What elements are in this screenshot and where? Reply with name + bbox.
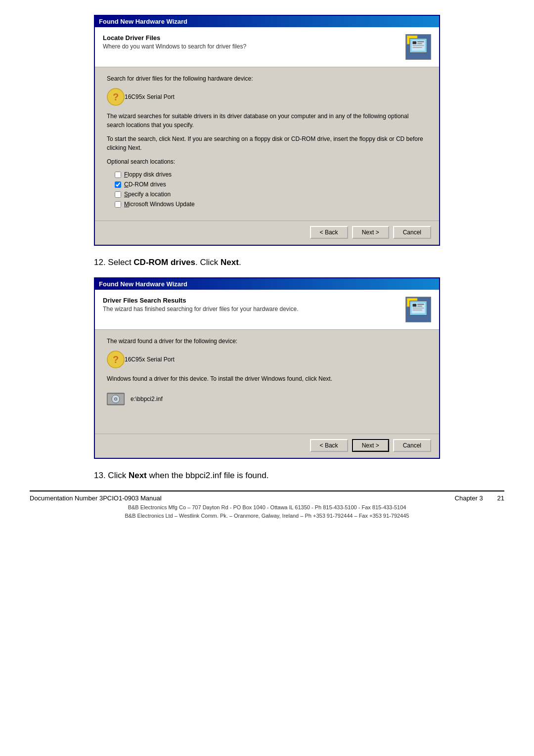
svg-point-26 [115, 399, 117, 400]
specify-checkbox[interactable] [115, 191, 121, 198]
msupdate-checkbox[interactable] [115, 201, 121, 208]
svg-rect-4 [412, 41, 416, 44]
step12-text3: . [239, 258, 241, 267]
document-footer: Documentation Number 3PCIO1-0903 Manual … [30, 490, 504, 520]
step12-instruction: 12. Select CD-ROM drives. Click Next. [94, 258, 440, 267]
cdrom-file-icon [107, 390, 125, 408]
msupdate-label[interactable]: Microsoft Windows Update [124, 201, 195, 208]
svg-text:?: ? [113, 354, 119, 365]
step12-text: 12. Select [94, 258, 134, 267]
wizard2-para1: Windows found a driver for this device. … [107, 374, 427, 383]
wizard1-body: Search for driver files for the followin… [95, 67, 439, 216]
wizard1-next-button[interactable]: Next > [352, 226, 389, 239]
wizard1-titlebar: Found New Hardware Wizard [95, 16, 439, 27]
wizard1-checkbox-group: Floppy disk drives CD-ROM drives Specify… [115, 171, 427, 208]
checkbox-msupdate: Microsoft Windows Update [115, 201, 427, 208]
svg-rect-5 [417, 41, 424, 42]
floppy-checkbox[interactable] [115, 172, 121, 178]
wizard2-file-row: e:\bbpci2.inf [107, 390, 427, 408]
wizard2-file-path: e:\bbpci2.inf [131, 396, 163, 402]
checkbox-specify: Specify a location [115, 191, 427, 198]
wizard1-para2: To start the search, click Next. If you … [107, 134, 427, 152]
step13-instruction: 13. Click Next when the bbpci2.inf file … [94, 471, 440, 481]
wizard1-optional-label: Optional search locations: [107, 157, 427, 166]
wizard1-back-button[interactable]: < Back [310, 226, 348, 239]
wizard2-content: Driver Files Search Results The wizard h… [95, 290, 439, 458]
svg-rect-18 [412, 308, 424, 309]
wizard2-header: Driver Files Search Results The wizard h… [95, 290, 439, 330]
wizard1-header-text: Locate Driver Files Where do you want Wi… [103, 34, 246, 50]
wizard1-header-subtitle: Where do you want Windows to search for … [103, 43, 246, 50]
footer-address: B&B Electronics Mfg Co – 707 Dayton Rd -… [30, 503, 504, 520]
wizard1-footer: < Back Next > Cancel [95, 221, 439, 245]
unknown-device-icon: ? [107, 88, 125, 106]
wizard2-back-button[interactable]: < Back [310, 439, 348, 452]
hardware-wizard-icon2 [406, 297, 431, 322]
wizard1-header: Locate Driver Files Where do you want Wi… [95, 27, 439, 67]
svg-rect-8 [412, 47, 422, 48]
wizard1-title-text: Found New Hardware Wizard [99, 18, 187, 25]
wizard2-title-text: Found New Hardware Wizard [99, 280, 187, 288]
step13-text: 13. Click [94, 471, 129, 480]
footer-chapter: Chapter 3 [455, 494, 483, 502]
footer-address1: B&B Electronics Mfg Co – 707 Dayton Rd -… [30, 503, 504, 512]
svg-text:?: ? [113, 91, 119, 102]
svg-rect-15 [412, 304, 416, 307]
checkbox-cdrom: CD-ROM drives [115, 181, 427, 188]
wizard2-header-title: Driver Files Search Results [103, 297, 299, 304]
wizard2-device-name: 16C95x Serial Port [125, 356, 175, 363]
step12-bold2: Next [221, 258, 239, 267]
wizard2-footer: < Back Next > Cancel [95, 434, 439, 458]
footer-doc-number: Documentation Number 3PCIO1-0903 Manual [30, 494, 162, 502]
svg-rect-19 [412, 310, 422, 311]
cdrom-label[interactable]: CD-ROM drives [124, 181, 166, 188]
wizard1-search-label: Search for driver files for the followin… [107, 74, 427, 83]
wizard2-found-label: The wizard found a driver for the follow… [107, 337, 427, 346]
wizard1-header-icon [405, 34, 431, 60]
wizard1-content: Locate Driver Files Where do you want Wi… [95, 27, 439, 245]
svg-rect-17 [417, 306, 422, 307]
wizard1-para1: The wizard searches for suitable drivers… [107, 112, 427, 130]
svg-rect-6 [417, 43, 422, 44]
step12-bold1: CD-ROM drives [134, 258, 195, 267]
wizard2-titlebar: Found New Hardware Wizard [95, 278, 439, 290]
cdrom-checkbox[interactable] [115, 181, 121, 188]
step13-bold: Next [129, 471, 147, 480]
wizard1-cancel-button[interactable]: Cancel [393, 226, 431, 239]
wizard2-device-row: ? 16C95x Serial Port [107, 351, 427, 368]
unknown-device-icon2: ? [107, 351, 125, 368]
hardware-wizard-icon [406, 34, 431, 60]
floppy-label[interactable]: Floppy disk drives [124, 171, 172, 178]
specify-label[interactable]: Specify a location [124, 191, 171, 198]
step12-text2: . Click [195, 258, 221, 267]
wizard1-device-row: ? 16C95x Serial Port [107, 88, 427, 106]
wizard2-header-subtitle: The wizard has finished searching for dr… [103, 306, 299, 312]
wizard2-header-icon [405, 297, 431, 322]
svg-rect-16 [417, 304, 424, 305]
checkbox-floppy: Floppy disk drives [115, 171, 427, 178]
svg-rect-7 [412, 45, 424, 46]
wizard2-dialog: Found New Hardware Wizard Driver Files S… [94, 277, 440, 459]
wizard2-next-button[interactable]: Next > [352, 439, 389, 452]
footer-page: 21 [497, 494, 504, 502]
wizard2-body: The wizard found a driver for the follow… [95, 330, 439, 419]
footer-address2: B&B Electronics Ltd – Westlink Comm. Pk.… [30, 512, 504, 520]
wizard1-dialog: Found New Hardware Wizard Locate Driver … [94, 15, 440, 246]
wizard1-device-name: 16C95x Serial Port [125, 93, 175, 100]
footer-main-row: Documentation Number 3PCIO1-0903 Manual … [30, 494, 504, 502]
wizard2-cancel-button[interactable]: Cancel [393, 439, 431, 452]
step13-text2: when the bbpci2.inf file is found. [147, 471, 269, 480]
wizard2-header-text: Driver Files Search Results The wizard h… [103, 297, 299, 312]
footer-chapter-page: Chapter 3 21 [455, 494, 504, 502]
wizard1-header-title: Locate Driver Files [103, 34, 246, 42]
